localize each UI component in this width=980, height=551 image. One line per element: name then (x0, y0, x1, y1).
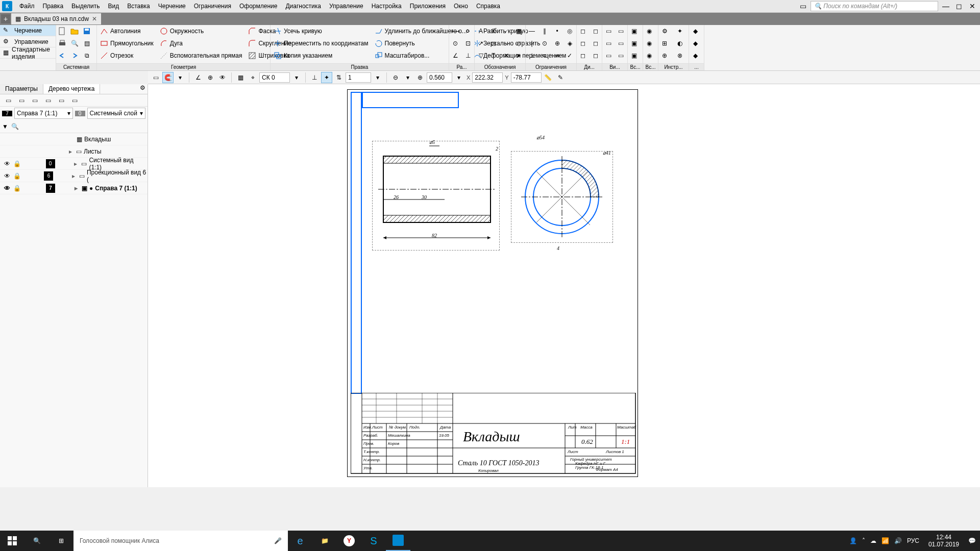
grid-toggle[interactable]: ▦ (235, 72, 246, 83)
tree-view-row-active[interactable]: 👁🔒7 ▸▣● Справа 7 (1:1) (0, 182, 148, 194)
ins3[interactable]: ▣ (628, 49, 640, 62)
mic-icon[interactable]: 🎤 (274, 537, 282, 544)
m3[interactable]: ◉ (643, 49, 655, 62)
vb-dd5[interactable]: ▾ (453, 72, 464, 83)
yandex-icon[interactable]: Y (337, 531, 361, 551)
menu-diag[interactable]: Диагностика (281, 1, 325, 12)
tree-root[interactable]: ▦ Вкладыш (0, 133, 148, 145)
visibility-icon[interactable]: 👁 (4, 172, 11, 180)
c-tangent-icon[interactable]: ⊙ (538, 37, 551, 49)
text-icon[interactable]: A (475, 25, 487, 37)
tool-line[interactable]: Отрезок (97, 49, 157, 62)
i1[interactable]: ◻ (577, 25, 589, 37)
surface-icon[interactable]: ▽ (475, 49, 487, 62)
save-icon[interactable] (81, 25, 93, 37)
v1[interactable]: ▭ (602, 25, 615, 37)
vb-eye[interactable]: 👁 (217, 72, 228, 83)
visibility-icon[interactable]: 👁 (4, 160, 11, 167)
scale-icon[interactable]: ⇅ (333, 72, 345, 83)
vb-dd3[interactable]: ▾ (372, 72, 383, 83)
tray-chevron-icon[interactable]: ˄ (862, 537, 865, 544)
tool-move[interactable]: Переместить по координатам (271, 37, 372, 49)
menu-settings[interactable]: Настройка (368, 1, 406, 12)
kompas-taskbar-icon[interactable] (386, 531, 410, 551)
balloon-icon[interactable]: ① (487, 25, 500, 37)
menu-edit[interactable]: Правка (39, 1, 68, 12)
menu-view[interactable]: Вид (104, 1, 123, 12)
tree-b6[interactable]: ▭ (68, 94, 81, 107)
i5[interactable]: ◻ (590, 37, 602, 49)
menu-file[interactable]: Файл (15, 1, 39, 12)
v3[interactable]: ▭ (602, 49, 615, 62)
tree-b1[interactable]: ▭ (2, 94, 14, 107)
vb-dd4[interactable]: ▾ (402, 72, 413, 83)
start-button[interactable] (0, 531, 24, 551)
tool-arc[interactable]: Дуга (157, 37, 246, 49)
menu-help[interactable]: Справка (472, 1, 504, 12)
volume-icon[interactable]: 🔊 (894, 537, 902, 544)
i3[interactable]: ◻ (577, 49, 589, 62)
m1[interactable]: ◉ (643, 25, 655, 37)
visibility-icon[interactable]: 👁 (4, 185, 11, 192)
weld-icon[interactable]: ⟋ (500, 25, 512, 37)
dim-auto-icon[interactable]: ⭘ (462, 25, 474, 37)
e3[interactable]: ◆ (689, 49, 701, 62)
zoom-out-icon[interactable]: ⊖ (390, 72, 401, 83)
c-conc-icon[interactable]: ◎ (564, 25, 576, 37)
menu-insert[interactable]: Вставка (123, 1, 154, 12)
people-icon[interactable]: 👤 (849, 537, 857, 544)
i4[interactable]: ◻ (590, 25, 602, 37)
c-sym-icon[interactable]: ⇔ (551, 49, 564, 62)
drawing-canvas[interactable]: 82 26 30 ⌀5 2 ⌀54 ⌀41 4 (148, 84, 980, 487)
lock-icon[interactable]: 🔒 (13, 185, 20, 192)
c-coinc-icon[interactable]: • (551, 25, 564, 37)
t6[interactable]: ⊗ (674, 49, 686, 62)
zoom-in-icon[interactable]: ⊕ (414, 72, 426, 83)
explorer-icon[interactable]: 📁 (312, 531, 337, 551)
scale-input[interactable] (346, 72, 371, 83)
layout-toggle-icon[interactable]: ▭ (797, 2, 808, 11)
wifi-icon[interactable]: 📶 (881, 537, 889, 544)
panel-gear-icon[interactable]: ⚙ (137, 84, 148, 94)
dim-linear-icon[interactable]: ⟷ (449, 25, 461, 37)
edge-icon[interactable]: e (288, 531, 312, 551)
tree-b2[interactable]: ▭ (15, 94, 28, 107)
t1[interactable]: ⚙ (658, 25, 671, 37)
copy-icon[interactable]: ⧉ (81, 49, 93, 62)
c-fix-icon[interactable]: ⊕ (551, 37, 564, 49)
ins1[interactable]: ▣ (628, 25, 640, 37)
tree-view-row[interactable]: 👁🔒6 ▸▭ Проекционный вид 6 ( (0, 170, 148, 182)
cs-select[interactable] (259, 72, 290, 83)
snap-toggle[interactable]: 🧲 (162, 72, 174, 83)
tool-autoline[interactable]: Автолиния (97, 25, 157, 37)
task-view-icon[interactable]: ⊞ (49, 531, 74, 551)
table-icon[interactable]: ▦ (512, 25, 525, 37)
lang-indicator[interactable]: РУС (907, 537, 919, 544)
c-mid-icon[interactable]: ◈ (564, 37, 576, 49)
skype-icon[interactable]: S (361, 531, 386, 551)
lock-icon[interactable]: 🔒 (13, 172, 20, 180)
datum-icon[interactable]: ◻ (487, 37, 500, 49)
vb-picker[interactable]: ✎ (555, 72, 566, 83)
redo-icon[interactable] (68, 49, 81, 62)
vb-axis[interactable]: ⊕ (205, 72, 216, 83)
text-t-icon[interactable]: T (487, 49, 500, 62)
zoom-input[interactable] (427, 72, 452, 83)
tab-params[interactable]: Параметры (0, 84, 43, 94)
dim-ord-icon[interactable]: ⊥ (462, 49, 474, 62)
arrow-icon[interactable]: ➤ (512, 49, 525, 62)
undo-icon[interactable] (56, 49, 68, 62)
tree-view-row[interactable]: 👁🔒0 ▸▭ Системный вид (1:1) (0, 158, 148, 170)
center-icon[interactable]: ✕ (500, 49, 512, 62)
t3[interactable]: ⊕ (658, 49, 671, 62)
tool-trim[interactable]: Усечь кривую (271, 25, 372, 37)
cs-icon[interactable]: ⌖ (247, 72, 258, 83)
menu-select[interactable]: Выделить (67, 1, 104, 12)
t5[interactable]: ◐ (674, 37, 686, 49)
expander-icon[interactable]: ▸ (75, 185, 80, 192)
tree-b5[interactable]: ▭ (55, 94, 67, 107)
tab-close-icon[interactable]: ✕ (92, 15, 97, 22)
expander-icon[interactable]: ▸ (74, 160, 79, 167)
tool-rectangle[interactable]: Прямоугольник (97, 37, 157, 49)
preview-icon[interactable]: 🔍 (68, 37, 81, 49)
